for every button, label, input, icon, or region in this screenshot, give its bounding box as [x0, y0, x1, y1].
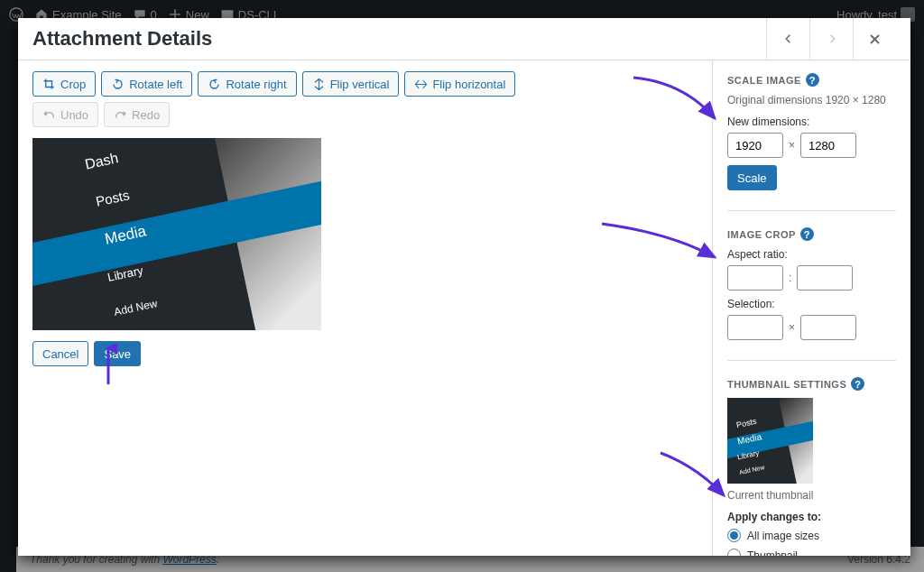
current-thumb-text: Current thumbnail [727, 489, 896, 502]
aspect-height-input[interactable] [797, 265, 853, 291]
arrow-to-aspect-ratio [597, 219, 719, 264]
aspect-sep: : [789, 272, 791, 284]
cancel-label: Cancel [42, 347, 79, 361]
selection-height-input[interactable] [800, 315, 856, 340]
cancel-button[interactable]: Cancel [32, 341, 88, 366]
aspect-ratio-label: Aspect ratio: [727, 248, 896, 261]
redo-label: Redo [132, 108, 160, 122]
selection-sep: × [789, 321, 795, 334]
redo-icon [114, 108, 127, 122]
scale-button[interactable]: Scale [727, 165, 777, 190]
undo-label: Undo [60, 108, 88, 122]
next-attachment-button[interactable] [809, 18, 853, 60]
new-dimensions-label: New dimensions: [727, 115, 896, 128]
modal-title: Attachment Details [32, 27, 212, 51]
apply-thumbnail-radio[interactable] [727, 549, 741, 556]
arrow-to-new-dimensions [629, 73, 719, 127]
arrow-to-save [99, 344, 117, 389]
selection-label: Selection: [727, 298, 896, 310]
flip-horizontal-label: Flip horizontal [432, 78, 505, 91]
original-dimensions-text: Original dimensions 1920 × 1280 [727, 94, 896, 106]
rotate-right-icon [208, 78, 221, 91]
scale-help-icon[interactable]: ? [806, 73, 819, 87]
modal-main: Crop Rotate left Rotate right Flip verti… [18, 60, 712, 556]
crop-label: Crop [60, 78, 86, 91]
crop-button[interactable]: Crop [32, 71, 96, 97]
scale-width-input[interactable] [727, 133, 783, 158]
flip-vertical-label: Flip vertical [330, 78, 390, 91]
rotate-left-label: Rotate left [129, 78, 182, 91]
attachment-details-modal: Attachment Details Crop Rotate le [18, 18, 910, 556]
flip-horizontal-button[interactable]: Flip horizontal [404, 71, 515, 97]
modal-sidebar: SCALE IMAGE ? Original dimensions 1920 ×… [712, 60, 910, 556]
apply-thumbnail-option[interactable]: Thumbnail [727, 549, 896, 556]
prev-attachment-button[interactable] [766, 18, 809, 60]
rotate-left-button[interactable]: Rotate left [101, 71, 192, 97]
flip-vertical-icon [312, 78, 326, 91]
crop-heading: IMAGE CROP [727, 229, 796, 240]
flip-vertical-button[interactable]: Flip vertical [302, 71, 400, 97]
close-icon [868, 32, 882, 46]
apply-changes-label: Apply changes to: [727, 511, 896, 523]
apply-all-option[interactable]: All image sizes [727, 529, 896, 542]
undo-icon [42, 108, 56, 122]
close-modal-button[interactable] [853, 18, 896, 60]
modal-header: Attachment Details [18, 18, 910, 60]
apply-all-radio[interactable] [727, 529, 741, 542]
image-preview[interactable]: Dash Posts Media Library Add New [32, 138, 321, 330]
scale-heading: SCALE IMAGE [727, 75, 801, 86]
thumb-help-icon[interactable]: ? [851, 377, 864, 391]
aspect-width-input[interactable] [727, 265, 783, 291]
redo-button[interactable]: Redo [104, 102, 170, 127]
rotate-right-button[interactable]: Rotate right [198, 71, 296, 97]
rotate-right-label: Rotate right [226, 78, 286, 91]
crop-icon [42, 78, 56, 91]
arrow-to-apply-all [656, 448, 728, 503]
dim-sep-x: × [789, 139, 795, 152]
flip-horizontal-icon [414, 78, 428, 91]
thumbnail-preview: Posts Media Library Add New [727, 398, 813, 484]
rotate-left-icon [111, 78, 125, 91]
undo-button[interactable]: Undo [32, 102, 98, 127]
scale-label: Scale [737, 171, 767, 185]
crop-help-icon[interactable]: ? [800, 227, 814, 241]
thumb-heading: THUMBNAIL SETTINGS [727, 379, 846, 390]
scale-height-input[interactable] [800, 133, 856, 158]
selection-width-input[interactable] [727, 315, 783, 340]
